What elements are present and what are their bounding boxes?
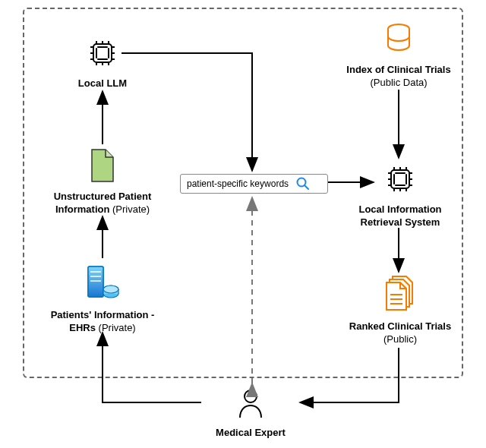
node-unstructured-patient-info: Unstructured Patient Information (Privat… bbox=[46, 148, 159, 216]
ehr-sub: (Private) bbox=[96, 322, 136, 333]
svg-line-9 bbox=[305, 185, 308, 189]
local-llm-label: Local LLM bbox=[78, 77, 127, 89]
chip-icon bbox=[383, 162, 417, 196]
node-ehr: Patients' Information - EHRs (Private) bbox=[46, 262, 159, 335]
chip-icon bbox=[86, 36, 119, 70]
node-ranked-trials: Ranked Clinical Trials(Public) bbox=[343, 273, 457, 346]
search-text: patient-specific keywords bbox=[187, 178, 289, 189]
svg-rect-2 bbox=[88, 267, 103, 297]
node-retrieval-system: Local Information Retrieval System bbox=[343, 162, 457, 229]
retrieval-title: Local Information Retrieval System bbox=[358, 203, 441, 229]
database-icon bbox=[383, 23, 414, 56]
unstructured-sub: (Private) bbox=[109, 203, 150, 215]
index-sub: (Public Data) bbox=[370, 77, 427, 88]
magnifier-icon bbox=[296, 177, 310, 191]
index-title: Index of Clinical Trials bbox=[346, 64, 450, 75]
server-icon bbox=[84, 262, 122, 301]
ranked-sub: (Public) bbox=[383, 333, 417, 345]
node-index-clinical-trials: Index of Clinical Trials(Public Data) bbox=[338, 23, 459, 90]
node-local-llm: Local LLM bbox=[57, 36, 148, 90]
search-field: patient-specific keywords bbox=[180, 174, 328, 194]
person-icon bbox=[235, 387, 266, 419]
svg-point-7 bbox=[103, 286, 118, 293]
node-medical-expert: Medical Expert bbox=[205, 387, 296, 439]
document-icon bbox=[87, 148, 118, 183]
expert-title: Medical Expert bbox=[216, 427, 286, 438]
documents-stack-icon bbox=[380, 273, 420, 313]
svg-point-15 bbox=[245, 390, 257, 402]
ranked-title: Ranked Clinical Trials bbox=[349, 320, 451, 332]
